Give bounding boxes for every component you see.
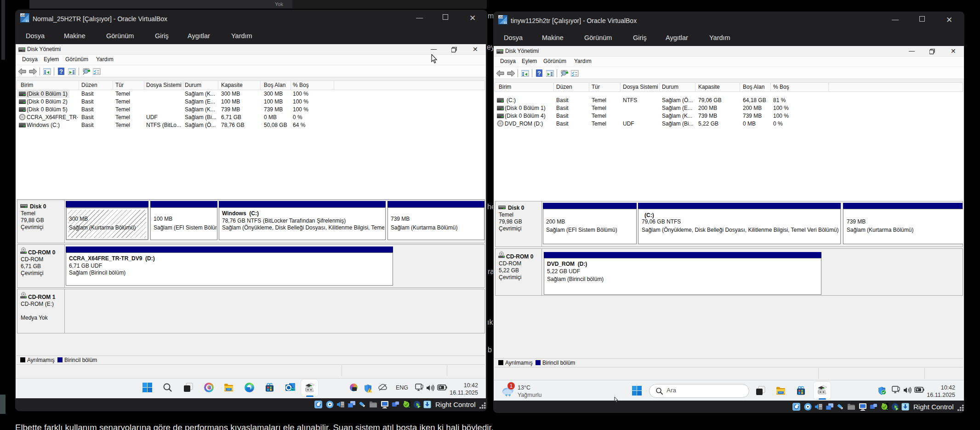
svg-text:11: 11 bbox=[503, 21, 507, 25]
svg-text:?: ? bbox=[537, 70, 541, 77]
svg-text:11: 11 bbox=[25, 19, 29, 23]
svg-text:x64: x64 bbox=[499, 16, 503, 18]
svg-text:x64: x64 bbox=[21, 14, 25, 17]
svg-text:NEW: NEW bbox=[291, 388, 295, 391]
svg-text:?: ? bbox=[59, 68, 63, 75]
